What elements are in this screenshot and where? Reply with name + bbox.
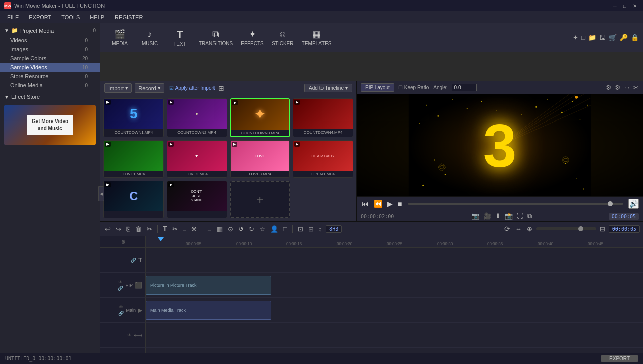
apply-after-import[interactable]: ☑ Apply after Import — [169, 85, 215, 91]
add-to-timeline-button[interactable]: Add to Timeline ▾ — [304, 84, 352, 92]
zoom-slider[interactable] — [536, 227, 596, 230]
sidebar-item-store-resource[interactable]: Store Resource 0 — [0, 72, 100, 81]
zoom-out-tl-button[interactable]: ⊟ — [598, 224, 607, 234]
toolbar-right-icon-4[interactable]: 🖫 — [599, 34, 606, 41]
sidebar-item-online-media[interactable]: Online Media 0 — [0, 81, 100, 90]
fit-width-button[interactable]: ↔ — [514, 224, 523, 234]
export-button[interactable]: EXPORT — [601, 355, 638, 362]
add-more-media-button[interactable]: + — [230, 181, 290, 218]
progress-thumb[interactable] — [608, 201, 613, 206]
preview-icon-4[interactable]: ✂ — [633, 84, 639, 91]
stretch-button[interactable]: ⊞ — [307, 224, 315, 234]
media-thumb-love3[interactable]: LOVE ▶ LOVE3.MP4 — [230, 140, 290, 178]
box-button[interactable]: □ — [282, 224, 289, 234]
grid-view-button[interactable]: ⊞ — [218, 84, 224, 92]
text-track-link-icon[interactable]: 🔗 — [131, 258, 136, 263]
toolbar-right-icon-7[interactable]: 🔒 — [631, 34, 639, 41]
media-thumb-countdown2[interactable]: ✦ ▶ COUNTDOWN2.MP4 — [167, 98, 227, 137]
media-thumb-love2[interactable]: ♥ ▶ LOVE2.MP4 — [167, 140, 227, 178]
audio-eye-icon[interactable]: 👁 — [127, 333, 132, 338]
sidebar-item-videos[interactable]: Videos 0 — [0, 36, 100, 45]
panel-collapse-button[interactable]: ◀ — [98, 186, 104, 201]
media-thumb-just-stand[interactable]: DON'TJUSTSTAND ▶ — [167, 181, 227, 218]
star-button[interactable]: ☆ — [258, 224, 267, 234]
keep-ratio-toggle[interactable]: ☐ Keep Ratio — [398, 85, 429, 90]
action-icon-4[interactable]: 📸 — [505, 212, 513, 220]
progress-bar[interactable] — [408, 203, 623, 205]
main-eye-icon[interactable]: 👁 — [119, 305, 123, 310]
undo2-button[interactable]: ↺ — [237, 224, 245, 234]
media-thumb-c-anim[interactable]: C ▶ — [103, 181, 164, 218]
list-button[interactable]: ≡ — [206, 224, 213, 234]
media-thumb-countdown3[interactable]: ✦ ▶ COUNTDOWN3.MP4 — [230, 98, 290, 137]
keep-ratio-checkbox[interactable]: ☐ — [398, 85, 403, 90]
toolbar-sticker-button[interactable]: ☺ STICKER — [268, 27, 298, 48]
minimize-button[interactable]: ─ — [611, 2, 619, 10]
clock-button[interactable]: ⊙ — [226, 224, 235, 234]
media-thumb-countdown1[interactable]: 5 ▶ COUNTDOWN1.MP4 — [103, 98, 164, 137]
menu-help[interactable]: HELP — [85, 13, 110, 21]
action-icon-3[interactable]: ⬇ — [495, 212, 501, 220]
action-icon-2[interactable]: 🎥 — [483, 212, 491, 220]
play-button[interactable]: ▶ — [386, 199, 394, 209]
fit-button[interactable]: ⟳ — [503, 224, 512, 234]
window-controls[interactable]: ─ □ ✕ — [611, 2, 639, 10]
pip-eye-icon[interactable]: 👁 — [118, 280, 123, 285]
maximize-button[interactable]: □ — [621, 2, 629, 10]
zoom-button[interactable]: ↕ — [317, 224, 324, 234]
project-media-group[interactable]: ▼ 📁 Project Media 0 — [0, 25, 100, 36]
menu-tools[interactable]: TOOLS — [56, 13, 85, 21]
stop-button[interactable]: ■ — [397, 199, 403, 209]
sidebar-item-images[interactable]: Images 0 — [0, 45, 100, 54]
pip-link-icon[interactable]: 🔗 — [118, 286, 123, 291]
split-button[interactable]: ✂ — [145, 224, 154, 234]
effect-banner[interactable]: Get More Videoand Music — [4, 105, 96, 145]
step-back-button[interactable]: ⏪ — [373, 199, 383, 209]
crop-tl-button[interactable]: ⊡ — [296, 224, 305, 234]
record-dropdown[interactable]: Record ▾ — [135, 83, 164, 93]
toolbar-media-button[interactable]: 🎬 MEDIA — [104, 27, 135, 48]
skip-to-start-button[interactable]: ⏮ — [361, 199, 370, 209]
zoom-slider-thumb[interactable] — [578, 226, 583, 231]
redo2-button[interactable]: ↻ — [247, 224, 256, 234]
menu-export[interactable]: EXPORT — [24, 13, 56, 21]
preview-icon-3[interactable]: ↔ — [624, 84, 630, 91]
add-track-icon[interactable]: ⊕ — [121, 239, 125, 245]
close-button[interactable]: ✕ — [631, 2, 639, 10]
toolbar-right-icon-3[interactable]: 📁 — [588, 34, 596, 41]
toolbar-right-icon-2[interactable]: □ — [581, 34, 585, 41]
toolbar-text-button[interactable]: T TEXT — [165, 27, 195, 49]
scissors-button[interactable]: ✂ — [171, 224, 179, 234]
redo-button[interactable]: ↪ — [114, 224, 123, 234]
media-thumb-love1[interactable]: ▶ LOVE1.MP4 — [103, 140, 164, 178]
main-link-icon[interactable]: 🔗 — [118, 311, 124, 316]
user-button[interactable]: 👤 — [269, 224, 280, 234]
pip-clip[interactable]: Picture in Picture Track — [146, 276, 271, 295]
toolbar-right-icon-6[interactable]: 🔑 — [620, 34, 628, 41]
text-tl-button[interactable]: T — [161, 224, 169, 234]
angle-input[interactable] — [452, 84, 477, 91]
pip-layout-button[interactable]: PIP Layout — [361, 83, 394, 92]
toolbar-effects-button[interactable]: ✦ EFFECTS — [237, 27, 268, 48]
menu-register[interactable]: REGISTER — [110, 13, 148, 21]
preview-icon-1[interactable]: ⚙ — [606, 84, 612, 91]
media-thumb-countdown4[interactable]: ▶ COUNTDOWN4.MP4 — [293, 98, 353, 137]
main-clip[interactable]: Main Media Track — [146, 301, 271, 320]
effect-store-header[interactable]: ▼ Effect Store — [0, 92, 100, 102]
menu-file[interactable]: FILE — [2, 13, 24, 21]
delete-button[interactable]: 🗑 — [134, 224, 143, 234]
toolbar-right-icon-5[interactable]: 🛒 — [609, 34, 617, 41]
action-icon-6[interactable]: ⧉ — [527, 212, 532, 220]
copy-button[interactable]: ⎘ — [125, 224, 132, 234]
grid-tl-button[interactable]: ≡ — [181, 224, 188, 234]
zoom-in-tl-button[interactable]: ⊕ — [525, 224, 534, 234]
import-dropdown[interactable]: Import ▾ — [104, 83, 132, 93]
preview-icon-2[interactable]: ⚙ — [615, 84, 621, 91]
toolbar-transitions-button[interactable]: ⧉ TRANSITIONS — [195, 27, 237, 48]
toolbar-music-button[interactable]: ♪ MUSIC — [135, 27, 165, 48]
media-thumb-open1[interactable]: DEAR BABY ▶ OPEN1.MP4 — [293, 140, 353, 178]
action-icon-5[interactable]: ⛶ — [517, 212, 523, 220]
toolbar-right-icon-1[interactable]: ✦ — [573, 34, 578, 41]
bar-chart-button[interactable]: ▦ — [215, 224, 224, 234]
undo-button[interactable]: ↩ — [103, 224, 112, 234]
